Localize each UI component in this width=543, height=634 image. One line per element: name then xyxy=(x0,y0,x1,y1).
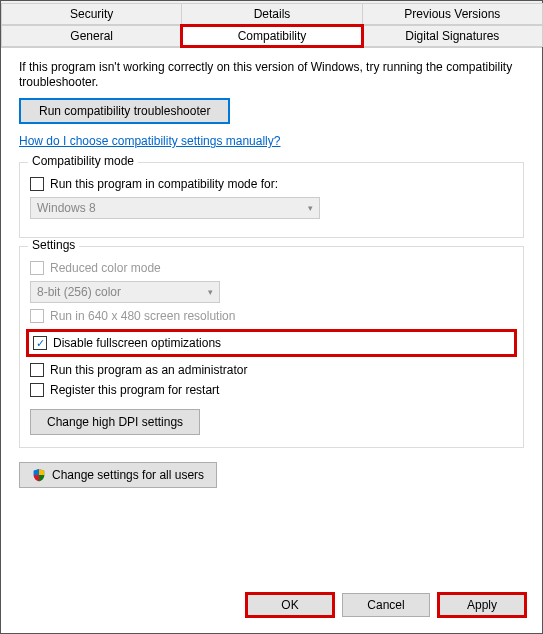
run-640-label: Run in 640 x 480 screen resolution xyxy=(50,309,235,323)
tab-digital-signatures[interactable]: Digital Signatures xyxy=(362,25,543,47)
group-title: Settings xyxy=(28,238,79,252)
run-admin-checkbox[interactable] xyxy=(30,363,44,377)
compat-mode-combo[interactable]: Windows 8 ▾ xyxy=(30,197,320,219)
tab-details[interactable]: Details xyxy=(181,3,362,25)
disable-fullscreen-label: Disable fullscreen optimizations xyxy=(53,336,221,350)
compatibility-mode-group: Compatibility mode Run this program in c… xyxy=(19,162,524,238)
properties-dialog: Security Details Previous Versions Gener… xyxy=(0,0,543,634)
tab-compatibility[interactable]: Compatibility xyxy=(181,25,362,47)
tab-security[interactable]: Security xyxy=(1,3,182,25)
color-mode-combo: 8-bit (256) color ▾ xyxy=(30,281,220,303)
disable-fullscreen-checkbox[interactable] xyxy=(33,336,47,350)
apply-button[interactable]: Apply xyxy=(438,593,526,617)
tab-content: If this program isn't working correctly … xyxy=(1,48,542,579)
run-troubleshooter-button[interactable]: Run compatibility troubleshooter xyxy=(19,98,230,124)
chevron-down-icon: ▾ xyxy=(208,287,213,297)
reduced-color-checkbox xyxy=(30,261,44,275)
dialog-footer: OK Cancel Apply xyxy=(1,579,542,633)
intro-text: If this program isn't working correctly … xyxy=(19,60,524,90)
chevron-down-icon: ▾ xyxy=(308,203,313,213)
change-all-users-label: Change settings for all users xyxy=(52,468,204,482)
compat-mode-label: Run this program in compatibility mode f… xyxy=(50,177,278,191)
reduced-color-label: Reduced color mode xyxy=(50,261,161,275)
run-640-checkbox xyxy=(30,309,44,323)
change-all-users-button[interactable]: Change settings for all users xyxy=(19,462,217,488)
register-restart-label: Register this program for restart xyxy=(50,383,219,397)
group-title: Compatibility mode xyxy=(28,154,138,168)
settings-group: Settings Reduced color mode 8-bit (256) … xyxy=(19,246,524,448)
shield-icon xyxy=(32,468,46,482)
tab-strip: Security Details Previous Versions Gener… xyxy=(1,1,542,48)
tab-general[interactable]: General xyxy=(1,25,182,47)
tab-previous-versions[interactable]: Previous Versions xyxy=(362,3,543,25)
run-admin-label: Run this program as an administrator xyxy=(50,363,247,377)
highlight-disable-fullscreen: Disable fullscreen optimizations xyxy=(26,329,517,357)
change-dpi-button[interactable]: Change high DPI settings xyxy=(30,409,200,435)
compat-mode-checkbox[interactable] xyxy=(30,177,44,191)
help-link[interactable]: How do I choose compatibility settings m… xyxy=(19,134,524,148)
ok-button[interactable]: OK xyxy=(246,593,334,617)
cancel-button[interactable]: Cancel xyxy=(342,593,430,617)
register-restart-checkbox[interactable] xyxy=(30,383,44,397)
combo-value: Windows 8 xyxy=(37,201,96,215)
combo-value: 8-bit (256) color xyxy=(37,285,121,299)
